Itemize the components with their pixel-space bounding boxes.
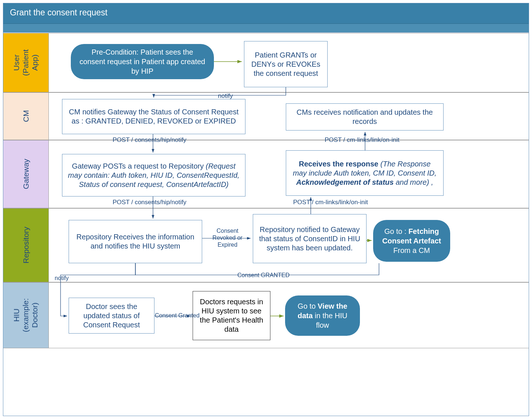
goto-fetch-post: From a CM xyxy=(393,246,430,254)
edge-post-hip-2: POST / consents/hip/notify xyxy=(113,199,186,206)
title-band xyxy=(3,24,529,33)
goto-view-pre: Go to xyxy=(298,302,317,310)
receives-response-node: Receives the response (The Response may … xyxy=(286,150,444,196)
lane-label-gateway: Gateway xyxy=(3,140,49,208)
doctor-sees-node: Doctor sees the updated status of Consen… xyxy=(69,298,154,334)
receives-response-bold: Receives the response xyxy=(299,160,380,168)
lane-label-hiu: HIU (example: Doctor) xyxy=(3,283,49,348)
lane-label-repo: Repository xyxy=(3,209,49,282)
edge-post-oninit-1: POST / cm-links/link/on-init xyxy=(325,136,400,144)
repo-receives-node: Repository Receives the information and … xyxy=(69,220,202,263)
receives-response-detail2: and more) , xyxy=(394,178,433,186)
cm-receives-node: CMs receives notification and updates th… xyxy=(286,103,444,131)
edge-granted: Consent GRANTED xyxy=(237,272,289,279)
receives-response-bold2: Acknowledgement of status xyxy=(296,178,394,186)
goto-view-post: in the HIU flow xyxy=(313,312,347,329)
edge-post-hip-1: POST / consents/hip/notify xyxy=(113,136,186,144)
repo-notified-node: Repository notified to Gateway that stat… xyxy=(253,214,367,263)
cm-notify-node: CM notifies Gateway the Status of Consen… xyxy=(62,99,245,134)
edge-notify-1: notify xyxy=(218,92,233,100)
goto-fetch-pre: Go to : xyxy=(385,227,409,235)
patient-action-node: Patient GRANTs or DENYs or REVOKEs the c… xyxy=(244,41,328,87)
edge-consent-granted: Consent Granted xyxy=(155,312,200,319)
diagram-title: Grant the consent request xyxy=(3,3,529,24)
doctor-requests-node: Doctors requests in HIU system to see th… xyxy=(193,291,270,340)
goto-view-node[interactable]: Go to View the data in the HIU flow xyxy=(285,295,360,336)
gateway-post-node: Gateway POSTs a request to Repository (R… xyxy=(62,154,245,196)
edge-notify-2: notify xyxy=(55,275,69,282)
swimlanes: User (Patient App) CM Gateway Repository… xyxy=(3,33,529,416)
goto-fetch-node[interactable]: Go to : Fetching Consent Artefact From a… xyxy=(373,220,450,262)
edge-post-oninit-2: POST / cm-links/link/on-init xyxy=(293,199,368,206)
gateway-post-text: Gateway POSTs a request to Repository xyxy=(72,162,206,170)
precondition-node: Pre-Condition: Patient sees the consent … xyxy=(71,44,214,79)
consent-flow-diagram: Grant the consent request User (Patient … xyxy=(3,3,529,416)
lane-label-cm: CM xyxy=(3,93,49,140)
lane-label-user: User (Patient App) xyxy=(3,33,49,92)
edge-revoked: Consent Revoked or Expired xyxy=(207,227,248,249)
